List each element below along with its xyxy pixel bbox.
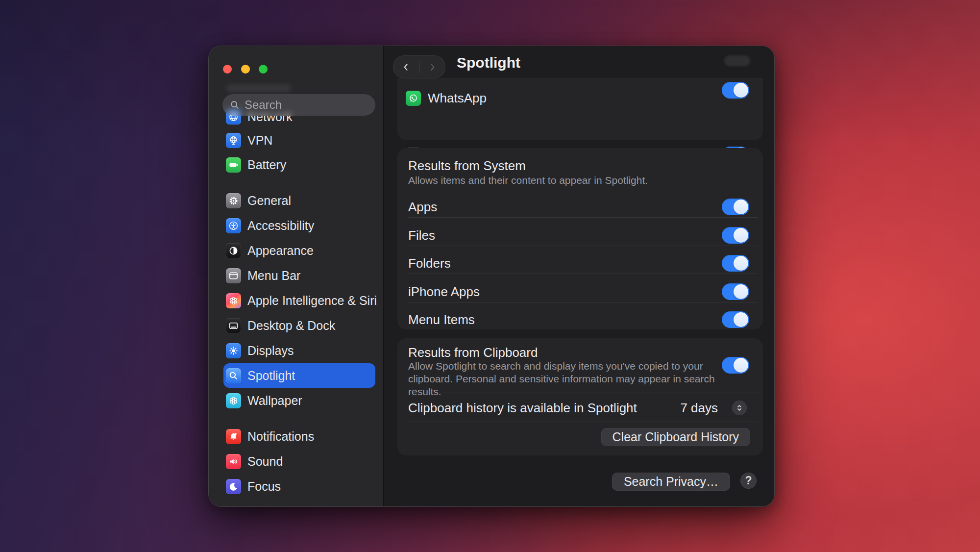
chevron-left-icon <box>401 62 411 72</box>
displays-sun-icon <box>226 343 241 358</box>
accessibility-icon <box>226 218 241 233</box>
section-divider <box>408 189 758 189</box>
speaker-icon <box>226 454 241 469</box>
wallpaper-flower-icon <box>226 393 241 408</box>
row-divider <box>408 422 758 422</box>
section-title: Results from Clipboard <box>408 345 538 360</box>
menu-items-toggle[interactable] <box>722 311 749 328</box>
sidebar-search-field[interactable]: Search <box>222 94 375 116</box>
section-title: Results from System <box>408 158 526 174</box>
results-from-clipboard-card: Results from Clipboard Allow Spotlight t… <box>397 338 763 455</box>
sidebar-item-spotlight[interactable]: Spotlight <box>223 363 375 388</box>
row-divider <box>408 274 758 274</box>
navigation-pill <box>393 55 445 78</box>
spotlight-magnifier-icon <box>226 368 241 383</box>
app-row-label: WhatsApp <box>428 91 487 106</box>
iphone-apps-toggle[interactable] <box>722 283 749 300</box>
close-window-button[interactable] <box>223 65 232 74</box>
row-divider <box>408 246 758 246</box>
whatsapp-row: WhatsApp <box>397 86 771 110</box>
help-button[interactable]: ? <box>740 473 757 489</box>
gear-icon <box>226 193 241 208</box>
clear-clipboard-history-button[interactable]: Clear Clipboard History <box>601 428 750 446</box>
folders-toggle[interactable] <box>722 255 749 272</box>
bell-icon <box>226 429 241 444</box>
scrolled-item-ghost <box>226 84 291 92</box>
appearance-icon <box>226 243 241 258</box>
minimize-window-button[interactable] <box>241 65 250 74</box>
clipboard-history-value: 7 days <box>680 401 718 416</box>
row-divider <box>408 302 758 302</box>
moon-icon <box>226 479 241 494</box>
folders-row: Folders <box>397 251 774 276</box>
menu-items-row: Menu Items <box>397 307 774 332</box>
sidebar-item-accessibility[interactable]: Accessibility <box>223 213 375 238</box>
search-privacy-button[interactable]: Search Privacy… <box>612 473 730 491</box>
clipboard-toggle[interactable] <box>722 357 749 374</box>
files-toggle[interactable] <box>722 227 749 244</box>
whatsapp-icon <box>406 91 421 106</box>
sidebar-item-focus[interactable]: Focus <box>223 474 375 499</box>
search-placeholder: Search <box>245 98 282 112</box>
page-title: Spotlight <box>457 54 520 71</box>
vpn-globe-icon <box>226 133 241 148</box>
zoom-window-button[interactable] <box>259 65 268 74</box>
app-results-card: WhatsApp Yomu <box>397 78 763 140</box>
files-row: Files <box>397 223 774 248</box>
apple-intelligence-icon <box>226 293 241 308</box>
scrolled-toggle-ghost <box>724 55 750 66</box>
sidebar-item-general[interactable]: General <box>223 188 375 213</box>
sidebar-item-desktop-dock[interactable]: Desktop & Dock <box>223 313 375 338</box>
whatsapp-toggle[interactable] <box>722 82 749 99</box>
row-divider <box>408 217 758 218</box>
menu-bar-icon <box>226 268 241 283</box>
system-settings-window: Network Search VPN <box>208 46 775 507</box>
content-pane: Spotlight WhatsApp <box>384 46 774 506</box>
chevron-up-down-icon <box>735 403 744 412</box>
search-icon <box>229 100 240 110</box>
results-from-system-card: Results from System Allows items and the… <box>397 148 763 329</box>
chevron-right-icon <box>427 62 437 72</box>
sidebar-item-wallpaper[interactable]: Wallpaper <box>223 388 375 413</box>
clipboard-history-stepper[interactable] <box>732 401 747 415</box>
sidebar-item-notifications[interactable]: Notifications <box>223 424 375 449</box>
desktop-background: Network Search VPN <box>0 0 980 552</box>
sidebar-item-displays[interactable]: Displays <box>223 338 375 363</box>
sidebar-item-battery[interactable]: Battery <box>223 152 375 177</box>
row-divider <box>408 393 758 393</box>
sidebar-item-vpn[interactable]: VPN <box>223 128 375 152</box>
battery-icon <box>226 157 241 173</box>
desktop-dock-icon <box>226 318 241 333</box>
sidebar-item-sound[interactable]: Sound <box>223 449 375 474</box>
help-question-mark: ? <box>745 474 752 487</box>
button-label: Search Privacy… <box>624 475 718 489</box>
sidebar-item-menu-bar[interactable]: Menu Bar <box>223 263 375 288</box>
button-label: Clear Clipboard History <box>612 430 739 444</box>
section-subtitle: Allows items and their content to appear… <box>408 174 648 187</box>
forward-button[interactable] <box>419 56 445 78</box>
sidebar: Network Search VPN <box>209 46 384 506</box>
sidebar-item-apple-intelligence[interactable]: Apple Intelligence & Siri <box>223 288 375 313</box>
row-divider <box>428 138 758 138</box>
sidebar-item-appearance[interactable]: Appearance <box>223 238 375 263</box>
apps-row: Apps <box>397 195 774 219</box>
apps-toggle[interactable] <box>722 199 749 215</box>
iphone-apps-row: iPhone Apps <box>397 279 774 304</box>
back-button[interactable] <box>393 56 419 78</box>
